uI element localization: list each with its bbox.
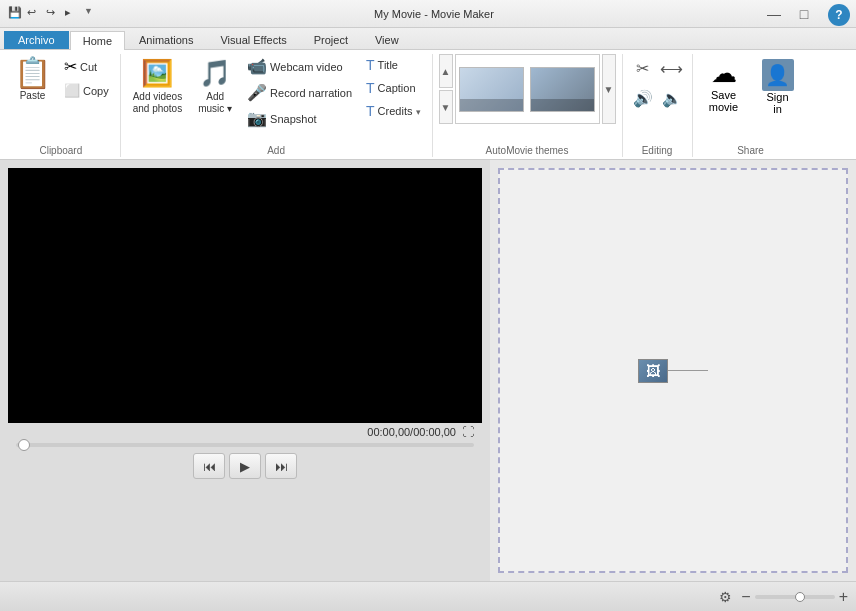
editing-row-2: 🔊 🔈 bbox=[629, 84, 686, 112]
clipboard-group: 📋 Paste ✂ Cut ⬜ Copy Clipboard bbox=[2, 54, 121, 157]
cut-button[interactable]: ✂ Cut bbox=[59, 54, 114, 79]
main-area: 00:00,00/00:00,00 ⛶ ⏮ ▶ ⏭ 🖼 bbox=[0, 160, 856, 581]
themes-scroll-right[interactable]: ▼ bbox=[602, 54, 616, 124]
add-music-button[interactable]: 🎵 Addmusic ▾ bbox=[192, 54, 238, 119]
tab-animations[interactable]: Animations bbox=[126, 30, 206, 49]
theme-item-2[interactable] bbox=[527, 55, 599, 123]
seek-bar[interactable] bbox=[16, 443, 474, 447]
credits-button[interactable]: T Credits ▾ bbox=[361, 100, 425, 122]
add-videos-icon: 🖼️ bbox=[141, 58, 173, 89]
caption-label: Caption bbox=[378, 82, 416, 94]
quick-access-toolbar: 💾 ↩ ↪ ▸ ▼ bbox=[8, 6, 100, 22]
webcam-video-button[interactable]: 📹 Webcam video bbox=[242, 54, 357, 79]
redo-icon[interactable]: ↪ bbox=[46, 6, 62, 22]
share-group: ☁ Save movie 👤 Sign in Share bbox=[693, 54, 809, 157]
copy-button[interactable]: ⬜ Copy bbox=[59, 80, 114, 101]
video-preview: 00:00,00/00:00,00 ⛶ ⏮ ▶ ⏭ bbox=[0, 160, 490, 581]
zoom-slider[interactable] bbox=[755, 595, 835, 599]
sign-in-label: Sign in bbox=[766, 91, 788, 115]
tab-archivo[interactable]: Archivo bbox=[4, 31, 69, 49]
maximize-button[interactable]: □ bbox=[790, 4, 818, 24]
sign-in-button[interactable]: 👤 Sign in bbox=[753, 54, 803, 120]
timeline-thumb[interactable]: 🖼 bbox=[638, 359, 668, 383]
timeline-area[interactable]: 🖼 bbox=[498, 168, 848, 573]
dropdown-icon[interactable]: ▼ bbox=[84, 6, 100, 22]
help-button[interactable]: ? bbox=[828, 4, 850, 26]
save-movie-label: Save movie bbox=[709, 89, 738, 113]
snapshot-icon: 📷 bbox=[247, 109, 267, 128]
ribbon-tabs: Archivo Home Animations Visual Effects P… bbox=[0, 28, 856, 50]
add-videos-label: Add videosand photos bbox=[133, 91, 183, 115]
snapshot-button[interactable]: 📷 Snapshot bbox=[242, 106, 357, 131]
save-icon[interactable]: 💾 bbox=[8, 6, 24, 22]
add-small-buttons: 📹 Webcam video 🎤 Record narration 📷 Snap… bbox=[242, 54, 357, 131]
minimize-button[interactable]: — bbox=[760, 4, 788, 24]
title-bar: 💾 ↩ ↪ ▸ ▼ My Movie - Movie Maker — □ ✕ bbox=[0, 0, 856, 28]
paste-button[interactable]: 📋 Paste bbox=[8, 54, 57, 106]
clipboard-label: Clipboard bbox=[2, 145, 120, 157]
zoom-out-button[interactable]: − bbox=[741, 588, 750, 606]
title-label: Title bbox=[378, 59, 398, 71]
title-button[interactable]: T Title bbox=[361, 54, 425, 76]
play-button[interactable]: ▶ bbox=[229, 453, 261, 479]
quick-play-icon[interactable]: ▸ bbox=[65, 6, 81, 22]
zoom-in-button[interactable]: + bbox=[839, 588, 848, 606]
zoom-control: − + bbox=[741, 588, 848, 606]
add-label: Add bbox=[121, 145, 432, 157]
add-text-buttons: T Title T Caption T Credits ▾ bbox=[361, 54, 425, 122]
theme-item-1[interactable] bbox=[456, 55, 528, 123]
undo-icon[interactable]: ↩ bbox=[27, 6, 43, 22]
zoom-thumb[interactable] bbox=[795, 592, 805, 602]
add-videos-button[interactable]: 🖼️ Add videosand photos bbox=[127, 54, 189, 119]
tab-project[interactable]: Project bbox=[301, 30, 361, 49]
webcam-icon: 📹 bbox=[247, 57, 267, 76]
rewind-button[interactable]: ⏮ bbox=[193, 453, 225, 479]
playback-controls: ⏮ ▶ ⏭ bbox=[8, 449, 482, 483]
tab-home[interactable]: Home bbox=[70, 31, 125, 50]
credits-label: Credits ▾ bbox=[378, 105, 421, 117]
clipboard-small-btns: ✂ Cut ⬜ Copy bbox=[59, 54, 114, 101]
edit-btn-4[interactable]: 🔈 bbox=[658, 84, 686, 112]
editing-label: Editing bbox=[623, 145, 692, 157]
copy-icon: ⬜ bbox=[64, 83, 80, 98]
video-screen[interactable] bbox=[8, 168, 482, 423]
automovie-themes-group: ▲ ▼ bbox=[433, 54, 623, 157]
status-bar: ⚙ − + bbox=[0, 581, 856, 611]
record-narration-icon: 🎤 bbox=[247, 83, 267, 102]
record-narration-button[interactable]: 🎤 Record narration bbox=[242, 80, 357, 105]
save-movie-icon: ☁ bbox=[711, 58, 737, 89]
themes-scroll-up[interactable]: ▲ bbox=[439, 54, 453, 88]
timeline-thumbnail: 🖼 bbox=[638, 359, 708, 383]
seek-handle[interactable] bbox=[18, 439, 30, 451]
theme-box-1 bbox=[459, 67, 524, 112]
themes-strip: ▲ ▼ bbox=[439, 54, 616, 142]
paste-label: Paste bbox=[20, 90, 46, 102]
theme-box-2 bbox=[530, 67, 595, 112]
fullscreen-icon[interactable]: ⛶ bbox=[462, 425, 474, 439]
forward-button[interactable]: ⏭ bbox=[265, 453, 297, 479]
timeline-thumb-icon: 🖼 bbox=[646, 363, 660, 379]
seek-bar-container bbox=[8, 441, 482, 449]
themes-scroll-down[interactable]: ▼ bbox=[439, 90, 453, 124]
save-movie-button[interactable]: ☁ Save movie bbox=[699, 54, 749, 117]
credits-icon: T bbox=[366, 103, 375, 119]
cut-icon: ✂ bbox=[64, 57, 77, 76]
tab-view[interactable]: View bbox=[362, 30, 412, 49]
status-icon-1[interactable]: ⚙ bbox=[715, 587, 735, 607]
edit-btn-2[interactable]: ⟷ bbox=[658, 54, 686, 82]
add-music-icon: 🎵 bbox=[199, 58, 231, 89]
tab-visual-effects[interactable]: Visual Effects bbox=[207, 30, 299, 49]
automovie-label: AutoMovie themes bbox=[433, 145, 622, 157]
signin-icon: 👤 bbox=[762, 59, 794, 91]
title-icon: T bbox=[366, 57, 375, 73]
caption-button[interactable]: T Caption bbox=[361, 77, 425, 99]
edit-btn-1[interactable]: ✂ bbox=[629, 54, 657, 82]
snapshot-label: Snapshot bbox=[270, 113, 316, 125]
webcam-label: Webcam video bbox=[270, 61, 343, 73]
ribbon: 📋 Paste ✂ Cut ⬜ Copy Clipboard 🖼️ Add vi… bbox=[0, 50, 856, 160]
timeline-line bbox=[668, 370, 708, 371]
editing-group: ✂ ⟷ 🔊 🔈 Editing bbox=[623, 54, 693, 157]
add-group: 🖼️ Add videosand photos 🎵 Addmusic ▾ 📹 W… bbox=[121, 54, 433, 157]
edit-btn-3[interactable]: 🔊 bbox=[629, 84, 657, 112]
caption-icon: T bbox=[366, 80, 375, 96]
